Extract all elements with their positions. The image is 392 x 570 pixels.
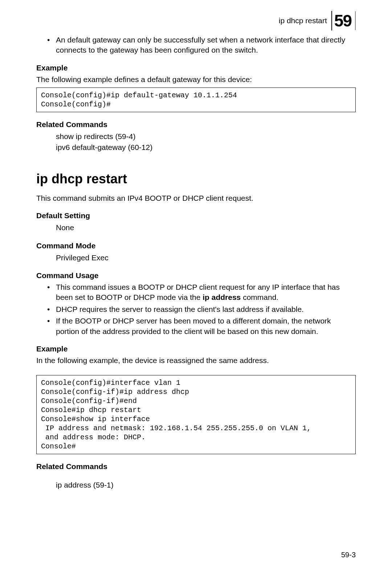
default-setting-heading: Default Setting [36, 211, 356, 220]
usage-text-suffix: command. [241, 293, 278, 301]
command-description: This command submits an IPv4 BOOTP or DH… [36, 193, 356, 203]
chapter-number: 59 [332, 11, 356, 30]
usage-text-prefix: This command issues a BOOTP or DHCP clie… [56, 283, 340, 301]
command-usage-heading: Command Usage [36, 271, 356, 280]
related-commands-heading: Related Commands [36, 120, 356, 129]
page-header: ip dhcp restart 59 [36, 11, 356, 30]
chapter-badge: 59 [331, 11, 356, 30]
related-command-item: ip address (59-1) [56, 480, 356, 490]
command-mode-value: Privileged Exec [36, 252, 356, 263]
example-lead: The following example defines a default … [36, 74, 356, 85]
code-block: Console(config)#interface vlan 1 Console… [36, 375, 356, 454]
example-heading: Example [36, 64, 356, 72]
command-mode-heading: Command Mode [36, 241, 356, 250]
example-heading: Example [36, 345, 356, 353]
intro-bullet-list: An default gateway can only be successfu… [36, 35, 356, 56]
code-block: Console(config)#ip default-gateway 10.1.… [36, 87, 356, 112]
list-item: An default gateway can only be successfu… [56, 35, 356, 56]
command-title: ip dhcp restart [36, 171, 356, 187]
usage-bold-term: ip address [203, 293, 241, 301]
related-commands-heading: Related Commands [36, 462, 356, 471]
example-lead: In the following example, the device is … [36, 355, 356, 366]
related-commands-list: show ip redirects (59-4) ipv6 default-ga… [36, 131, 356, 153]
page: ip dhcp restart 59 An default gateway ca… [0, 0, 392, 570]
list-item: If the BOOTP or DHCP server has been mov… [56, 316, 356, 337]
list-item: DHCP requires the server to reassign the… [56, 304, 356, 314]
related-commands-list: ip address (59-1) [36, 480, 356, 490]
default-setting-value: None [36, 222, 356, 233]
command-usage-list: This command issues a BOOTP or DHCP clie… [36, 282, 356, 337]
running-title: ip dhcp restart [279, 16, 327, 25]
list-item: This command issues a BOOTP or DHCP clie… [56, 282, 356, 303]
page-number: 59-3 [341, 551, 356, 559]
related-command-item: ipv6 default-gateway (60-12) [56, 142, 356, 153]
related-command-item: show ip redirects (59-4) [56, 131, 356, 142]
